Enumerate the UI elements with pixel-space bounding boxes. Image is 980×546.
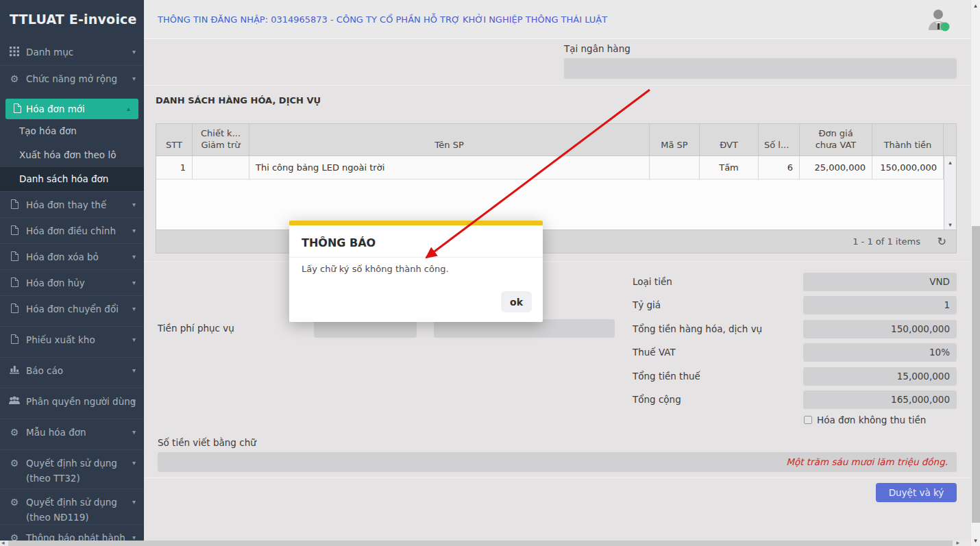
service-fee-percent-input[interactable]: % xyxy=(314,319,417,338)
file-icon xyxy=(9,277,20,288)
sidebar-subitem-label: Xuất hóa đơn theo lô xyxy=(19,149,116,160)
sidebar-item-quyet-dinh-su-dung-tt32[interactable]: ⚙ Quyết định sử dụng (theo TT32) ▾ xyxy=(0,449,144,485)
vat-rate-label: Thuế VAT xyxy=(633,343,676,362)
grand-total-field[interactable]: 165,000,000 xyxy=(803,390,957,409)
sidebar-item-hoa-don-xoa-bo[interactable]: Hóa đơn xóa bỏ ▾ xyxy=(0,243,144,269)
scroll-left-arrow-icon[interactable]: ◂ xyxy=(1,539,5,546)
currency-label: Loại tiền xyxy=(633,273,672,291)
col-header-don-gia[interactable]: Đơn giáchưa VAT xyxy=(800,124,872,156)
scroll-up-arrow-icon[interactable]: ▴ xyxy=(971,2,980,9)
page-vertical-scrollbar[interactable]: ▴ ▾ xyxy=(970,0,980,546)
no-payment-checkbox[interactable] xyxy=(804,416,812,424)
sidebar-item-bao-cao[interactable]: Báo cáo ▾ xyxy=(0,357,144,383)
sidebar-item-hoa-don-huy[interactable]: Hóa đơn hủy ▾ xyxy=(0,269,144,295)
users-icon xyxy=(9,396,20,407)
subtotal-label: Tổng tiền hàng hóa, dịch vụ xyxy=(633,320,762,338)
service-fee-amount-input[interactable] xyxy=(434,319,615,338)
page-horizontal-scrollbar[interactable]: ◂ ▸ xyxy=(0,541,970,546)
service-fee-label: Tiền phí phục vụ xyxy=(158,319,234,338)
table-row[interactable]: 1 Thi công bảng LED ngoài trời Tấm 6 25,… xyxy=(156,156,956,179)
sidebar-item-label: Phiếu xuất kho xyxy=(26,327,126,353)
main-content: THÔNG TIN ĐĂNG NHẬP: 0314965873 - CÔNG T… xyxy=(144,0,970,546)
subtotal-field[interactable]: 150,000,000 xyxy=(803,320,957,338)
sidebar-item-mau-hoa-don[interactable]: ⚙ Mẫu hóa đơn ▾ xyxy=(0,419,144,445)
sidebar-subitem-tao-hoa-don[interactable]: Tạo hóa đơn xyxy=(0,119,144,143)
scroll-down-arrow-icon[interactable]: ▾ xyxy=(971,537,980,544)
chevron-down-icon: ▾ xyxy=(132,218,136,244)
exchange-rate-field[interactable]: 1 xyxy=(803,296,957,314)
vat-amount-label: Tổng tiền thuế xyxy=(633,367,700,386)
grand-total-label: Tổng cộng xyxy=(633,390,681,409)
sidebar-item-hoa-don-dieu-chinh[interactable]: Hóa đơn điều chỉnh ▾ xyxy=(0,217,144,243)
section-divider xyxy=(144,85,970,86)
scroll-right-arrow-icon[interactable]: ▸ xyxy=(956,539,959,546)
col-header-scroll-spacer xyxy=(944,124,956,156)
gears-icon: ⚙ xyxy=(9,427,20,438)
vat-amount-field[interactable]: 15,000,000 xyxy=(803,367,957,386)
gears-icon: ⚙ xyxy=(9,73,20,84)
col-header-dvt[interactable]: ĐVT xyxy=(700,124,759,156)
cell-thanh-tien: 150,000,000 xyxy=(872,156,944,179)
chevron-down-icon: ▾ xyxy=(132,244,136,270)
chevron-down-icon: ▾ xyxy=(132,270,136,296)
sidebar-item-phan-quyen-nguoi-dung[interactable]: Phân quyền người dùng ▾ xyxy=(0,388,144,414)
dialog-title: THÔNG BÁO xyxy=(302,236,376,249)
gears-icon: ⚙ xyxy=(9,458,20,469)
horizontal-scroll-thumb[interactable] xyxy=(8,541,953,546)
sidebar-item-danh-muc[interactable]: Danh mục ▾ xyxy=(0,39,144,65)
sidebar-subitem-label: Danh sách hóa đơn xyxy=(19,173,108,184)
refresh-icon[interactable]: ↻ xyxy=(938,230,946,253)
file-icon xyxy=(12,103,23,114)
chevron-down-icon: ▾ xyxy=(132,192,136,218)
ok-button[interactable]: ok xyxy=(501,291,532,312)
app-logo-title: TTLUAT E-invoice xyxy=(0,0,144,39)
scroll-up-arrow-icon[interactable]: ▴ xyxy=(944,159,956,166)
file-icon xyxy=(9,225,20,236)
sidebar-subitem-xuat-hoa-don-theo-lo[interactable]: Xuất hóa đơn theo lô xyxy=(0,143,144,167)
cell-ma-sp xyxy=(650,156,700,179)
cell-chiet-khau xyxy=(193,156,249,179)
sidebar-item-label: Hóa đơn mới xyxy=(26,99,121,119)
sidebar-item-hoa-don-chuyen-doi[interactable]: Hóa đơn chuyển đổi ▾ xyxy=(0,295,144,321)
sidebar-item-quyet-dinh-su-dung-nd119[interactable]: ⚙ Quyết định sử dụng (theo NĐ119) ▾ xyxy=(0,488,144,524)
sidebar-item-hoa-don-moi-active[interactable]: Hóa đơn mới ▴ xyxy=(5,99,138,119)
sidebar-subitem-danh-sach-hoa-don-selected[interactable]: Danh sách hóa đơn xyxy=(0,167,144,191)
sidebar-item-phieu-xuat-kho[interactable]: Phiếu xuất kho ▾ xyxy=(0,326,144,352)
col-header-thanh-tien[interactable]: Thành tiền xyxy=(872,124,944,156)
file-icon xyxy=(9,303,20,314)
col-header-ten-sp[interactable]: Tên SP xyxy=(249,124,650,156)
table-vertical-scrollbar[interactable]: ▴ ▾ xyxy=(944,156,956,231)
approve-and-sign-button[interactable]: Duyệt và ký xyxy=(876,483,957,502)
cell-dvt: Tấm xyxy=(700,156,759,179)
scroll-down-arrow-icon[interactable]: ▾ xyxy=(944,221,956,228)
sidebar-item-chuc-nang-mo-rong[interactable]: ⚙ Chức năng mở rộng ▾ xyxy=(0,65,144,91)
grid-icon xyxy=(9,47,20,58)
amount-in-words-field[interactable]: Một trăm sáu mươi lăm triệu đồng. xyxy=(158,452,957,472)
cell-stt: 1 xyxy=(156,156,193,179)
col-header-stt[interactable]: STT xyxy=(156,124,193,156)
col-header-ma-sp[interactable]: Mã SP xyxy=(650,124,700,156)
form-divider xyxy=(144,261,970,262)
goods-table: STT Chiết k...Giảm trừ Tên SP Mã SP ĐVT … xyxy=(156,123,957,253)
chart-icon xyxy=(9,365,20,376)
chevron-down-icon: ▾ xyxy=(132,327,136,353)
vertical-scroll-thumb[interactable] xyxy=(972,226,980,523)
col-header-chiet-khau[interactable]: Chiết k...Giảm trừ xyxy=(193,124,249,156)
cell-so-luong: 6 xyxy=(759,156,800,179)
sidebar-item-label: Hóa đơn chuyển đổi xyxy=(26,296,126,322)
app-window: TTLUAT E-invoice Danh mục ▾ ⚙ Chức năng … xyxy=(0,0,980,546)
bank-input[interactable] xyxy=(564,58,957,79)
cell-don-gia: 25,000,000 xyxy=(800,156,872,179)
bank-label: Tại ngân hàng xyxy=(564,43,630,54)
cell-ten-sp: Thi công bảng LED ngoài trời xyxy=(249,156,650,179)
goods-list-section-title: DANH SÁCH HÀNG HÓA, DỊCH VỤ xyxy=(156,95,321,106)
currency-field[interactable]: VND xyxy=(803,273,957,291)
pager-info: 1 - 1 of 1 items xyxy=(853,230,920,253)
vat-rate-field[interactable]: 10% xyxy=(803,343,957,362)
login-info-text: THÔNG TIN ĐĂNG NHẬP: 0314965873 - CÔNG T… xyxy=(158,14,607,25)
no-payment-checkbox-label: Hóa đơn không thu tiền xyxy=(817,414,926,425)
user-avatar[interactable] xyxy=(924,5,953,34)
sidebar-item-label: Quyết định sử dụng (theo NĐ119) xyxy=(26,489,126,525)
col-header-so-luong[interactable]: Số l... xyxy=(759,124,800,156)
sidebar-item-hoa-don-thay-the[interactable]: Hóa đơn thay thế ▾ xyxy=(0,191,144,217)
